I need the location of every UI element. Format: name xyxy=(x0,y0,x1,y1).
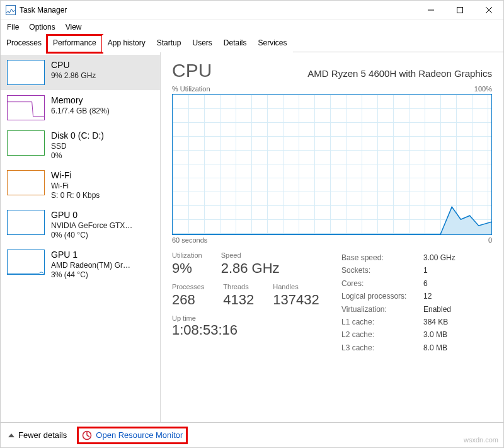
window-title: Task Manager xyxy=(20,6,67,14)
speed-value: 2.86 GHz xyxy=(221,260,280,277)
tab-services[interactable]: Services xyxy=(253,35,293,52)
stats-left: Utilization 9% Speed 2.86 GHz Processes … xyxy=(172,251,323,354)
base-speed-key: Base speed: xyxy=(341,251,423,264)
lp-val: 12 xyxy=(423,290,432,302)
chart-line xyxy=(173,95,491,234)
sidebar-item-sub: SSD xyxy=(51,142,104,151)
uptime-value: 1:08:53:16 xyxy=(172,322,323,338)
cpu-thumb xyxy=(7,60,45,85)
sidebar-item-sub2: 0% (40 °C) xyxy=(51,231,132,239)
handles-value: 137432 xyxy=(273,292,319,308)
cpu-model: AMD Ryzen 5 4600H with Radeon Graphics xyxy=(307,68,492,79)
sidebar-item-cpu[interactable]: CPU 9% 2.86 GHz xyxy=(1,55,160,90)
close-icon xyxy=(486,7,492,13)
sidebar-item-sub: 9% 2.86 GHz xyxy=(51,71,96,80)
base-speed-val: 3.00 GHz xyxy=(423,251,455,264)
chevron-up-icon xyxy=(8,434,14,437)
sidebar-item-sub: Wi-Fi xyxy=(51,181,100,190)
tab-details[interactable]: Details xyxy=(218,35,253,52)
open-resource-monitor-label: Open Resource Monitor xyxy=(96,430,183,440)
sidebar-item-disk0[interactable]: Disk 0 (C: D:) SSD 0% xyxy=(1,125,160,165)
resource-monitor-icon xyxy=(82,430,92,440)
menu-options[interactable]: Options xyxy=(29,23,55,32)
chart-top-right-label: 100% xyxy=(474,85,492,93)
tab-processes[interactable]: Processes xyxy=(1,35,47,52)
sidebar-item-sub: AMD Radeon(TM) Gr… xyxy=(51,261,130,270)
footer: Fewer details Open Resource Monitor xyxy=(1,422,503,447)
sidebar-item-label: CPU xyxy=(51,60,96,70)
sidebar-item-label: Disk 0 (C: D:) xyxy=(51,130,104,141)
sidebar-item-sub2: S: 0 R: 0 Kbps xyxy=(51,191,100,200)
virt-val: Enabled xyxy=(423,303,451,316)
titlebar: Task Manager xyxy=(1,1,503,20)
chart-bottom-left-label: 60 seconds xyxy=(172,236,207,244)
sockets-val: 1 xyxy=(423,264,428,277)
chart-top-left-label: % Utilization xyxy=(172,85,210,93)
wifi-thumb xyxy=(7,170,45,195)
virt-key: Virtualization: xyxy=(341,303,423,316)
handles-label: Handles xyxy=(273,283,319,290)
tab-app-history[interactable]: App history xyxy=(102,35,151,52)
svg-rect-2 xyxy=(457,7,463,13)
fewer-details-label: Fewer details xyxy=(18,430,67,440)
sidebar-item-label: Memory xyxy=(51,95,110,105)
sidebar-item-gpu1[interactable]: GPU 1 AMD Radeon(TM) Gr… 3% (44 °C) xyxy=(1,244,160,284)
sidebar-item-sub: 6.1/7.4 GB (82%) xyxy=(51,106,110,115)
sidebar-item-label: Wi-Fi xyxy=(51,170,100,180)
cores-val: 6 xyxy=(423,277,428,290)
open-resource-monitor-link[interactable]: Open Resource Monitor xyxy=(78,428,186,443)
cores-key: Cores: xyxy=(341,277,423,290)
gpu1-thumb xyxy=(7,250,45,275)
chart-bottom-right-label: 0 xyxy=(488,236,492,244)
watermark: wsxdn.com xyxy=(464,436,498,444)
uptime-label: Up time xyxy=(172,314,323,322)
menu-file[interactable]: File xyxy=(7,23,19,32)
task-manager-window: Task Manager File Options View Processes… xyxy=(0,0,504,448)
cpu-utilization-chart[interactable] xyxy=(172,94,492,235)
sidebar-item-wifi[interactable]: Wi-Fi Wi-Fi S: 0 R: 0 Kbps xyxy=(1,165,160,205)
l1-key: L1 cache: xyxy=(341,316,423,328)
sidebar-item-sub2: 0% xyxy=(51,151,104,160)
maximize-button[interactable] xyxy=(445,1,474,20)
l2-key: L2 cache: xyxy=(341,328,423,341)
l3-key: L3 cache: xyxy=(341,342,423,354)
sockets-key: Sockets: xyxy=(341,264,423,277)
svg-line-7 xyxy=(87,435,89,437)
tab-startup[interactable]: Startup xyxy=(151,35,187,52)
tabstrip: Processes Performance App history Startu… xyxy=(1,35,503,52)
threads-value: 4132 xyxy=(223,292,254,308)
app-icon xyxy=(6,5,16,15)
sidebar-item-memory[interactable]: Memory 6.1/7.4 GB (82%) xyxy=(1,90,160,125)
sidebar-item-label: GPU 0 xyxy=(51,210,132,220)
disk-thumb xyxy=(7,130,45,156)
menu-view[interactable]: View xyxy=(66,23,82,32)
lp-key: Logical processors: xyxy=(341,290,423,302)
stats-right: Base speed:3.00 GHz Sockets:1 Cores:6 Lo… xyxy=(341,251,492,354)
speed-label: Speed xyxy=(221,251,280,259)
sidebar-item-gpu0[interactable]: GPU 0 NVIDIA GeForce GTX… 0% (40 °C) xyxy=(1,205,160,244)
utilization-label: Utilization xyxy=(172,251,202,259)
utilization-value: 9% xyxy=(172,260,202,277)
fewer-details-button[interactable]: Fewer details xyxy=(8,430,67,440)
memory-thumb xyxy=(7,95,45,120)
maximize-icon xyxy=(457,7,463,13)
processes-label: Processes xyxy=(172,283,204,290)
minimize-icon xyxy=(428,7,434,13)
sidebar-item-sub: NVIDIA GeForce GTX… xyxy=(51,221,132,230)
menubar: File Options View xyxy=(1,20,503,35)
tab-users[interactable]: Users xyxy=(186,35,217,52)
processes-value: 268 xyxy=(172,292,204,308)
sidebar: CPU 9% 2.86 GHz Memory 6.1/7.4 GB (82%) … xyxy=(1,52,161,422)
close-button[interactable] xyxy=(474,1,503,20)
l3-val: 8.0 MB xyxy=(423,342,447,354)
minimize-button[interactable] xyxy=(416,1,445,20)
l2-val: 3.0 MB xyxy=(423,328,447,341)
sidebar-item-sub2: 3% (44 °C) xyxy=(51,270,130,279)
sidebar-item-label: GPU 1 xyxy=(51,250,130,260)
tab-performance[interactable]: Performance xyxy=(47,35,102,52)
main-panel: CPU AMD Ryzen 5 4600H with Radeon Graphi… xyxy=(161,52,503,422)
l1-val: 384 KB xyxy=(423,316,448,328)
threads-label: Threads xyxy=(223,283,254,290)
page-title: CPU xyxy=(172,60,212,81)
gpu0-thumb xyxy=(7,210,45,235)
